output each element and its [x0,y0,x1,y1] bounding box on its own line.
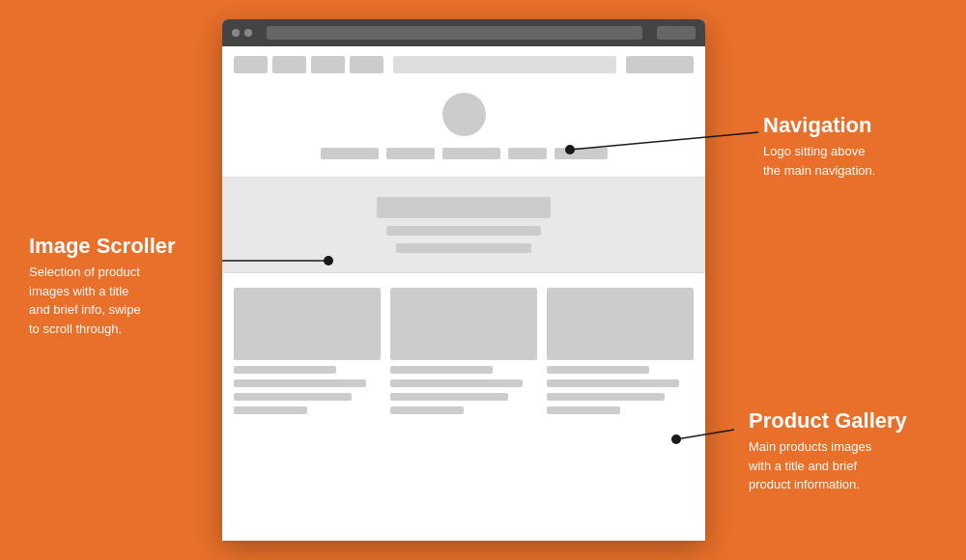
gallery-desc-2a [390,379,523,387]
gallery-desc-3a [547,379,679,387]
annotation-scroller-desc: Selection of productimages with a titlea… [29,263,176,338]
browser-chrome [222,19,705,46]
gallery-item-3 [547,288,694,414]
nav-section [222,46,705,177]
browser-btn-right [657,26,696,40]
annotation-navigation: Navigation Logo sitting abovethe main na… [763,113,875,180]
gallery-item-2 [390,288,537,414]
browser-mockup [222,19,705,541]
gallery-desc-2b [390,393,508,401]
gallery-desc-1a [234,379,366,387]
nav-link-1 [321,148,379,159]
gallery-grid [234,288,694,414]
gallery-section [222,273,705,429]
nav-top-bar [234,56,694,73]
gallery-title-2 [390,366,493,374]
gallery-desc-1c [234,406,307,414]
gallery-desc-3c [547,406,620,414]
scroller-text-1 [386,226,541,236]
gallery-image-3 [547,288,694,360]
annotation-image-scroller: Image Scroller Selection of productimage… [29,234,176,338]
nav-link-2 [386,148,435,159]
nav-tab-2 [272,56,306,73]
gallery-image-1 [234,288,381,360]
scroller-section [222,177,705,273]
gallery-title-1 [234,366,336,374]
annotation-navigation-title: Navigation [763,113,875,138]
scroller-title-bar [377,197,551,218]
browser-content [222,46,705,429]
scroller-text-2 [396,243,531,253]
nav-tab-3 [311,56,345,73]
gallery-item-1 [234,288,381,414]
gallery-desc-1b [234,393,352,401]
nav-search-bar [393,56,616,73]
gallery-desc-2c [390,406,464,414]
gallery-title-3 [547,366,649,374]
scroller-inner [234,197,694,253]
browser-dot-1 [232,29,240,37]
nav-link-4 [508,148,547,159]
nav-link-5 [554,148,608,159]
annotation-navigation-desc: Logo sitting abovethe main navigation. [763,142,875,180]
nav-links [321,148,608,159]
browser-address-bar [267,26,642,40]
nav-tab-4 [350,56,384,73]
gallery-desc-3b [547,393,665,401]
nav-link-3 [442,148,500,159]
logo-circle [442,93,486,136]
annotation-gallery-title: Product Gallery [749,408,907,434]
annotation-product-gallery: Product Gallery Main products imageswith… [749,408,907,494]
browser-dot-2 [244,29,252,37]
nav-tab-1 [234,56,268,73]
gallery-image-2 [390,288,537,360]
annotation-scroller-title: Image Scroller [29,234,176,259]
nav-action-btn [626,56,694,73]
annotation-gallery-desc: Main products imageswith a title and bri… [749,437,907,494]
logo-area [234,81,694,167]
